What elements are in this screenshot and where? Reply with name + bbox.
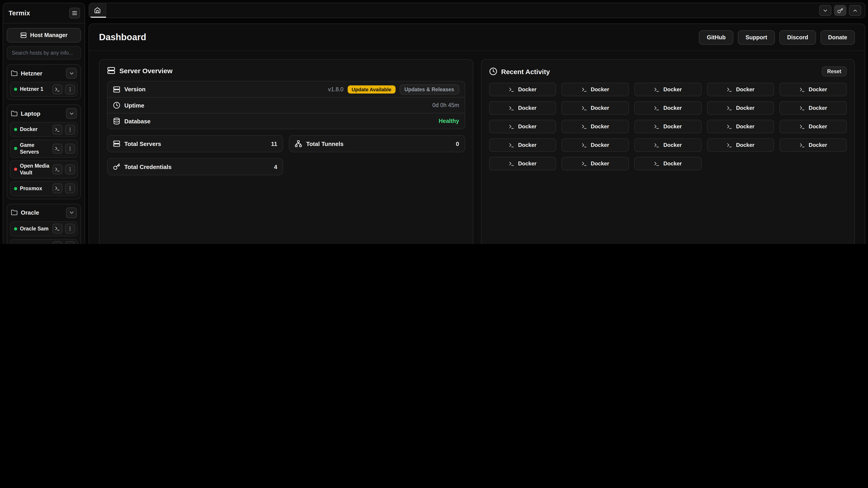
host-terminal-button[interactable]: [53, 144, 62, 154]
host-terminal-button[interactable]: [53, 125, 62, 134]
host-manager-button[interactable]: Host Manager: [7, 28, 81, 42]
group-collapse-button[interactable]: [66, 68, 77, 78]
host-row[interactable]: Game Servers: [10, 140, 78, 158]
host-menu-button[interactable]: [65, 224, 75, 234]
clock-icon: [113, 102, 120, 109]
group-collapse-button[interactable]: [66, 207, 77, 218]
host-terminal-button[interactable]: [53, 164, 62, 174]
activity-terminal-button[interactable]: Docker: [489, 101, 556, 115]
divider: [3, 23, 85, 24]
sidebar-group-laptop: Laptop Docker Game Servers: [7, 104, 81, 199]
host-row[interactable]: Docker: [10, 122, 78, 137]
terminal-icon: [581, 142, 587, 148]
terminal-icon: [726, 142, 733, 148]
host-menu-button[interactable]: [65, 144, 75, 154]
activity-terminal-button[interactable]: Docker: [780, 101, 847, 115]
dashboard-header: Dashboard GitHubSupportDiscordDonate: [89, 24, 865, 51]
activity-terminal-button[interactable]: Docker: [489, 157, 556, 170]
chevron-up-button[interactable]: [849, 5, 861, 16]
host-row[interactable]: Open Media Vault: [10, 160, 78, 178]
sidebar-group-header[interactable]: Laptop: [10, 107, 78, 119]
host-row[interactable]: Oracle 1: [10, 239, 78, 244]
host-menu-button[interactable]: [65, 164, 75, 174]
discord-button[interactable]: Discord: [779, 30, 816, 44]
host-terminal-button[interactable]: [53, 224, 62, 234]
tab-bar-actions: [819, 5, 865, 16]
donate-button[interactable]: Donate: [820, 30, 855, 44]
header-buttons: GitHubSupportDiscordDonate: [699, 30, 855, 44]
host-row[interactable]: Oracle Sam: [10, 221, 78, 236]
sidebar-group-header[interactable]: Oracle: [10, 207, 78, 219]
activity-terminal-button[interactable]: Docker: [561, 138, 629, 152]
terminal-icon: [726, 124, 733, 129]
search-input[interactable]: [7, 46, 81, 60]
support-button[interactable]: Support: [738, 30, 775, 44]
terminal-icon: [654, 87, 660, 92]
server-icon: [113, 140, 120, 147]
activity-terminal-button[interactable]: Docker: [780, 138, 847, 152]
app-window: Termix Host Manager Hetzner: [0, 0, 868, 244]
chevron-down-button[interactable]: [819, 5, 831, 16]
host-status-dot: [14, 88, 17, 91]
sidebar-title-row: Termix: [7, 7, 81, 23]
host-menu-button[interactable]: [65, 241, 75, 244]
updates-releases-button[interactable]: Updates & Releases: [399, 84, 459, 94]
host-menu-button[interactable]: [65, 84, 75, 94]
activity-terminal-button[interactable]: Docker: [489, 120, 556, 133]
activity-label: Docker: [591, 86, 609, 93]
activity-label: Docker: [809, 123, 827, 130]
database-status: Healthy: [439, 118, 459, 124]
host-terminal-button[interactable]: [53, 84, 62, 94]
activity-terminal-button[interactable]: Docker: [634, 157, 702, 170]
host-row[interactable]: Proxmox: [10, 181, 78, 196]
sidebar-collapse-button[interactable]: [69, 8, 80, 19]
host-status-dot: [14, 168, 17, 171]
terminal-icon: [654, 105, 660, 111]
activity-terminal-button[interactable]: Docker: [634, 101, 702, 115]
tab-home[interactable]: [89, 3, 106, 18]
total-label: Total Tunnels: [306, 140, 452, 147]
host-name: Oracle 1: [20, 243, 50, 244]
activity-terminal-button[interactable]: Docker: [634, 83, 702, 96]
group-collapse-button[interactable]: [66, 108, 77, 119]
activity-terminal-button[interactable]: Docker: [561, 157, 629, 170]
activity-terminal-button[interactable]: Docker: [707, 83, 774, 96]
activity-terminal-button[interactable]: Docker: [561, 120, 629, 133]
host-menu-button[interactable]: [65, 184, 75, 194]
server-icon: [107, 66, 115, 74]
activity-label: Docker: [809, 86, 827, 93]
activity-label: Docker: [518, 123, 536, 130]
kebab-menu-icon: [67, 244, 73, 244]
activity-terminal-button[interactable]: Docker: [707, 101, 774, 115]
terminal-icon: [55, 146, 60, 151]
activity-terminal-button[interactable]: Docker: [634, 120, 702, 133]
activity-terminal-button[interactable]: Docker: [634, 138, 702, 152]
group-hosts: Docker Game Servers Open Media Vault: [10, 122, 78, 196]
host-terminal-button[interactable]: [53, 241, 62, 244]
activity-label: Docker: [809, 105, 827, 111]
reset-button[interactable]: Reset: [822, 66, 847, 76]
github-button[interactable]: GitHub: [699, 30, 733, 44]
host-terminal-button[interactable]: [53, 184, 62, 194]
activity-terminal-button[interactable]: Docker: [489, 138, 556, 152]
activity-terminal-button[interactable]: Docker: [780, 120, 847, 133]
activity-terminal-button[interactable]: Docker: [561, 83, 629, 96]
host-menu-button[interactable]: [65, 125, 75, 134]
server-icon: [113, 86, 120, 93]
host-row[interactable]: Hetzner 1: [10, 82, 78, 97]
activity-terminal-button[interactable]: Docker: [780, 83, 847, 96]
activity-terminal-button[interactable]: Docker: [707, 138, 774, 152]
clock-icon: [489, 67, 497, 75]
version-label: Version: [124, 86, 324, 93]
tab-bar: [89, 3, 865, 18]
sidebar-group-header[interactable]: Hetzner: [10, 67, 78, 79]
activity-terminal-button[interactable]: Docker: [489, 83, 556, 96]
key-button[interactable]: [834, 5, 846, 16]
activity-terminal-button[interactable]: Docker: [707, 120, 774, 133]
activity-terminal-button[interactable]: Docker: [561, 101, 629, 115]
home-icon: [94, 6, 101, 13]
version-row: Version v1.8.0 Update Available Updates …: [107, 81, 465, 97]
total-card: Total Credentials 4: [107, 158, 283, 175]
kebab-menu-icon: [67, 127, 73, 132]
terminal-icon: [799, 105, 805, 111]
